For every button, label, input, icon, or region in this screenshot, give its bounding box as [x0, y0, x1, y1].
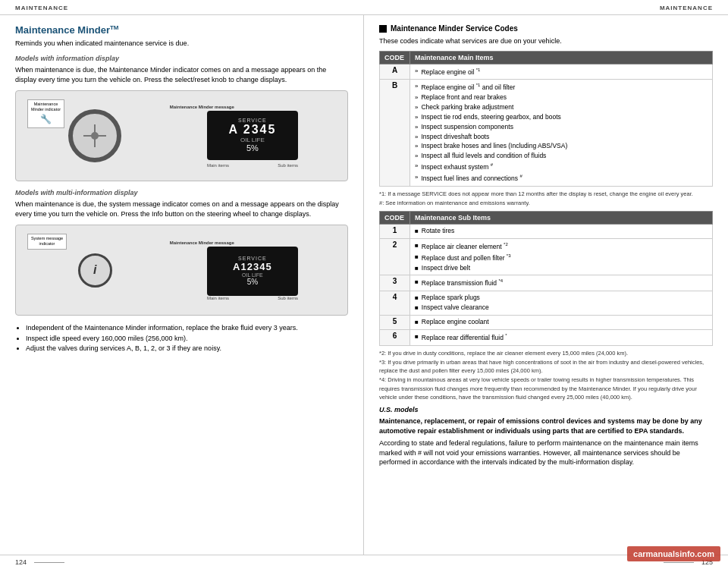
page-content: Maintenance MinderTM Reminds you when in…	[0, 15, 728, 555]
service-display-1: SERVICE A 2345 OIL LIFE 5%	[207, 111, 298, 160]
main-items-label-1: Main items	[207, 163, 229, 168]
dash-labels-1: Main items Sub items	[207, 163, 298, 168]
page-header: MAINTENANCE MAINTENANCE	[0, 0, 728, 15]
service-display-2: SERVICE A12345 OIL LIFE 5%	[207, 247, 298, 296]
main-items-label-2: Main items	[207, 296, 229, 300]
minder-message-label-1: Maintenance Minder message	[170, 105, 234, 109]
table1-col2-header: Maintenance Main Items	[410, 51, 713, 64]
dashboard-illustration-2: System messageindicator i Maintenance Mi…	[15, 225, 348, 316]
table-row: 5 ■Replace engine coolant	[380, 315, 713, 329]
code-cell-2: 2	[380, 239, 410, 275]
main-items-table: CODE Maintenance Main Items A »Replace e…	[379, 51, 713, 187]
bullet-item-2: Inspect idle speed every 160,000 miles (…	[26, 334, 348, 344]
subsection2-title: Models with multi-information display	[15, 189, 348, 196]
intro-text: Reminds you when indicated maintenance s…	[15, 39, 348, 49]
right-section-title: Maintenance Minder Service Codes	[391, 24, 518, 33]
dash-left-1: MaintenanceMinder indicator 🔧	[24, 93, 166, 178]
page-footer: 124 125	[0, 555, 728, 569]
items-cell-2: ■Replace air cleaner element *2 ■Replace…	[410, 239, 713, 275]
service-text-1: SERVICE	[238, 118, 267, 123]
footnote-star2: *2: If you drive in dusty conditions, re…	[379, 349, 713, 357]
page-number-left: 124	[15, 558, 27, 566]
black-square-icon	[379, 25, 387, 33]
oil-percent-1: 5%	[246, 143, 259, 152]
sub-items-label-2: Sub items	[278, 296, 298, 300]
us-models-body-text: According to state and federal regulatio…	[379, 439, 713, 467]
table2-col2-header: Maintenance Sub Items	[410, 212, 713, 225]
us-models-title: U.S. models	[379, 406, 713, 413]
code-cell-4: 4	[380, 291, 410, 316]
dash-left-2: System messageindicator i	[24, 228, 166, 313]
code-cell-1: 1	[380, 225, 410, 239]
right-column: Maintenance Minder Service Codes These c…	[364, 15, 728, 555]
watermark: carmanualsinfo.com	[627, 546, 720, 561]
items-cell-4: ■Replace spark plugs ■Inspect valve clea…	[410, 291, 713, 316]
left-column: Maintenance MinderTM Reminds you when in…	[0, 15, 364, 555]
steering-wheel-1	[68, 109, 121, 162]
table-row: 6 ■Replace rear differential fluid *	[380, 329, 713, 345]
oil-life-label-1: OIL LIFE	[240, 137, 265, 143]
minder-message-label-2: Maintenance Minder message	[170, 240, 234, 245]
table2-col1-header: CODE	[380, 212, 410, 225]
code-cell-3: 3	[380, 275, 410, 291]
footnotes-1: *1: If a message SERVICE does not appear…	[379, 190, 713, 208]
footnotes-2: *2: If you drive in dusty conditions, re…	[379, 349, 713, 402]
footer-left: 124	[15, 558, 64, 566]
table-row: 3 ■Replace transmission fluid *4	[380, 275, 713, 291]
code-cell-b: B	[380, 80, 410, 186]
footnote-hash: #: See information on maintenance and em…	[379, 199, 713, 207]
code-cell-5: 5	[380, 315, 410, 329]
header-left-label: MAINTENANCE	[15, 5, 68, 11]
sub-items-label-1: Sub items	[278, 163, 298, 168]
right-section-desc: These codes indicate what services are d…	[379, 36, 713, 46]
right-section-header: Maintenance Minder Service Codes	[379, 24, 713, 33]
us-models-section: U.S. models Maintenance, replacement, or…	[379, 406, 713, 467]
table-row: 1 ■Rotate tires	[380, 225, 713, 239]
table-row: 4 ■Replace spark plugs ■Inspect valve cl…	[380, 291, 713, 316]
us-models-bold-text: Maintenance, replacement, or repair of e…	[379, 417, 713, 435]
sub-items-table: CODE Maintenance Sub Items 1 ■Rotate tir…	[379, 211, 713, 345]
left-section-title: Maintenance MinderTM	[15, 24, 348, 36]
items-cell-3: ■Replace transmission fluid *4	[410, 275, 713, 291]
dashboard-illustration-1: MaintenanceMinder indicator 🔧 Maintenanc…	[15, 90, 348, 181]
footer-line-right	[664, 562, 694, 563]
footnote-star3: *3: If you drive primarily in urban area…	[379, 358, 713, 376]
dash-labels-2: Main items Sub items	[207, 296, 298, 300]
dash-right-2: Maintenance Minder message SERVICE A1234…	[166, 228, 339, 313]
table1-col1-header: CODE	[380, 51, 410, 64]
bullet-item-3: Adjust the valves during services A, B, …	[26, 344, 348, 354]
footnote-star4: *4: Driving in mountainous areas at very…	[379, 376, 713, 401]
bullet-item-1: Independent of the Maintenance Minder in…	[26, 323, 348, 334]
code-cell-a: A	[380, 64, 410, 80]
service-code-1: A 2345	[228, 123, 276, 137]
table-row: 2 ■Replace air cleaner element *2 ■Repla…	[380, 239, 713, 275]
system-msg-box: System messageindicator	[27, 234, 67, 249]
items-cell-5: ■Replace engine coolant	[410, 315, 713, 329]
code-cell-6: 6	[380, 329, 410, 345]
footer-line-left	[34, 562, 64, 563]
dash-right-1: Maintenance Minder message SERVICE A 234…	[166, 93, 339, 178]
info-circle: i	[78, 253, 112, 288]
subsection1-body: When maintenance is due, the Maintenance…	[15, 65, 348, 84]
items-cell-1: ■Rotate tires	[410, 225, 713, 239]
footnote-star1: *1: If a message SERVICE does not appear…	[379, 190, 713, 198]
bullet-list: Independent of the Maintenance Minder in…	[15, 323, 348, 354]
subsection2-body: When maintenance is due, the system mess…	[15, 200, 348, 218]
table-row: A »Replace engine oil *1	[380, 64, 713, 80]
items-cell-6: ■Replace rear differential fluid *	[410, 329, 713, 345]
table-row: B »Replace engine oil *1 and oil filter …	[380, 80, 713, 186]
subsection1-title: Models with information display	[15, 55, 348, 62]
items-cell-b: »Replace engine oil *1 and oil filter »R…	[410, 80, 713, 186]
items-cell-a: »Replace engine oil *1	[410, 64, 713, 80]
minder-indicator-box: MaintenanceMinder indicator 🔧	[27, 99, 64, 128]
header-right-label: MAINTENANCE	[660, 5, 713, 11]
